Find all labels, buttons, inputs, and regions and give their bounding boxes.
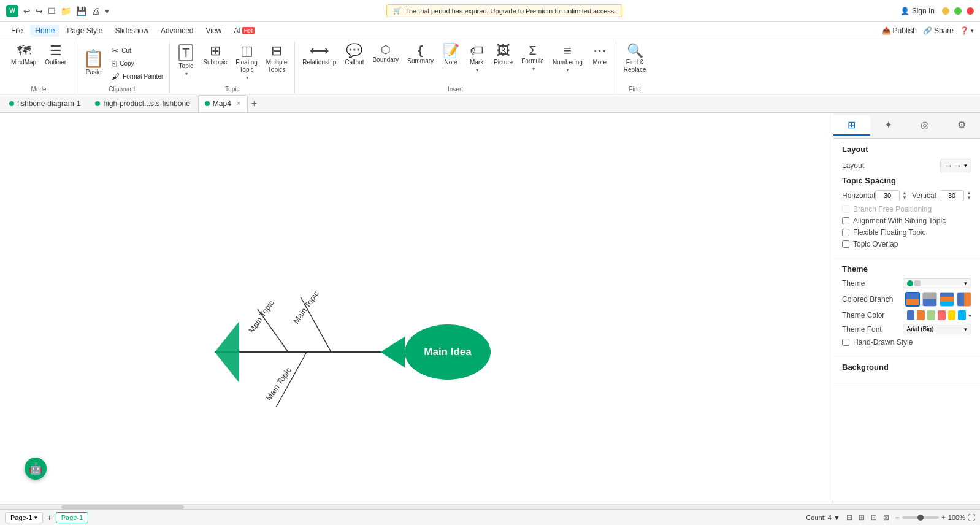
canvas[interactable]: Main Topic Main Topic Main Topic Main Id… bbox=[0, 113, 833, 504]
ai-robot-button[interactable]: 🤖 bbox=[25, 458, 47, 480]
print-icon[interactable]: 🖨 bbox=[91, 6, 100, 16]
menu-home[interactable]: Home bbox=[30, 25, 59, 37]
numbering-button[interactable]: ≡ Numbering ▾ bbox=[549, 42, 586, 85]
overlap-checkbox[interactable] bbox=[842, 240, 849, 248]
horizontal-scrollbar[interactable] bbox=[0, 504, 980, 509]
maximize-button[interactable] bbox=[954, 7, 962, 15]
more-button[interactable]: ⋯ More bbox=[588, 42, 612, 85]
formula-button[interactable]: Σ Formula ▾ bbox=[518, 42, 548, 85]
copy-icon: ⎘ bbox=[112, 59, 117, 68]
redo-icon[interactable]: ↪ bbox=[36, 6, 43, 16]
theme-font-selector[interactable]: Arial (Big) ▾ bbox=[903, 324, 972, 334]
view-btn-3[interactable]: ⊡ bbox=[868, 512, 879, 523]
cb-option-3[interactable] bbox=[940, 292, 954, 307]
find-replace-button[interactable]: 🔍 Find &Replace bbox=[620, 42, 650, 85]
zoom-out-button[interactable]: − bbox=[895, 513, 900, 522]
subtopic-button[interactable]: ⊞ Subtopic bbox=[199, 42, 231, 85]
horizontal-input[interactable] bbox=[875, 190, 900, 201]
theme-selector[interactable]: ▾ bbox=[903, 278, 972, 288]
branch-free-checkbox[interactable] bbox=[842, 205, 849, 213]
menu-ai[interactable]: AI Hot bbox=[229, 25, 259, 37]
menu-view[interactable]: View bbox=[201, 25, 226, 37]
panel-location-tab[interactable]: ◎ bbox=[907, 115, 944, 136]
font-value: Arial (Big) bbox=[907, 326, 934, 332]
menu-file[interactable]: File bbox=[6, 25, 28, 37]
trial-banner[interactable]: 🛒 The trial period has expired. Upgrade … bbox=[386, 4, 622, 17]
fit-screen-button[interactable]: ⛶ bbox=[968, 513, 975, 522]
cb-option-2[interactable] bbox=[922, 292, 937, 307]
page-tab-1[interactable]: Page-1 ▾ bbox=[5, 512, 43, 523]
panel-layout-tab[interactable]: ⊞ bbox=[833, 115, 870, 136]
theme-color-chevron[interactable]: ▾ bbox=[968, 312, 971, 319]
color-swatch-yellow bbox=[948, 310, 956, 320]
cb-option-4[interactable] bbox=[957, 292, 971, 307]
mark-button[interactable]: 🏷 Mark ▾ bbox=[464, 42, 489, 85]
cb-option-1[interactable] bbox=[905, 292, 920, 307]
summary-icon: { bbox=[418, 44, 423, 56]
undo-icon[interactable]: ↩ bbox=[23, 6, 31, 16]
add-page-button[interactable]: + bbox=[47, 513, 52, 523]
sign-in-button[interactable]: 👤 Sign In bbox=[900, 7, 935, 15]
svg-text:Main Idea: Main Idea bbox=[424, 346, 472, 358]
multiple-topics-button[interactable]: ⊟ MultipleTopics bbox=[262, 42, 291, 85]
new-icon[interactable]: ☐ bbox=[48, 6, 56, 16]
zoom-slider[interactable] bbox=[902, 516, 939, 519]
zoom-in-button[interactable]: + bbox=[941, 513, 946, 522]
summary-button[interactable]: { Summary bbox=[404, 42, 437, 85]
layout-selector[interactable]: →→ ▾ bbox=[940, 159, 971, 172]
zoom-control: − + 100% ⛶ bbox=[895, 513, 975, 522]
copy-button[interactable]: ⎘ Copy bbox=[109, 58, 166, 69]
tab-close-icon[interactable]: ✕ bbox=[236, 100, 241, 107]
page-tab-active-label: Page-1 bbox=[61, 514, 83, 521]
theme-color-bar[interactable]: ▾ bbox=[907, 310, 972, 320]
tab-fishbone-1[interactable]: fishbone-diagram-1 bbox=[2, 95, 87, 112]
outliner-button[interactable]: ☰ Outliner bbox=[41, 42, 70, 85]
add-tab-button[interactable]: + bbox=[249, 98, 259, 109]
save-icon[interactable]: 💾 bbox=[76, 6, 86, 16]
panel-ai-tab[interactable]: ✦ bbox=[870, 115, 907, 136]
mindmap-button[interactable]: 🗺 MindMap bbox=[7, 42, 40, 85]
tab-high-product[interactable]: high-product...sts-fishbone bbox=[88, 95, 196, 112]
publish-button[interactable]: 📤 Publish bbox=[882, 26, 917, 35]
hand-drawn-checkbox[interactable] bbox=[842, 339, 849, 346]
help-icon: ❓ bbox=[960, 26, 969, 35]
view-btn-4[interactable]: ⊠ bbox=[881, 512, 892, 523]
flexible-row: Flexible Floating Topic bbox=[842, 228, 971, 237]
floating-topic-button[interactable]: ◫ FloatingTopic ▾ bbox=[232, 42, 261, 85]
cut-button[interactable]: ✂ Cut bbox=[109, 45, 166, 56]
menu-advanced[interactable]: Advanced bbox=[156, 25, 198, 37]
vertical-down[interactable]: ▼ bbox=[967, 196, 971, 201]
menu-slideshow[interactable]: Slideshow bbox=[110, 25, 153, 37]
close-button[interactable] bbox=[967, 7, 974, 15]
scrollbar-thumb[interactable] bbox=[61, 505, 184, 509]
subtopic-icon: ⊞ bbox=[210, 44, 221, 58]
flexible-checkbox[interactable] bbox=[842, 229, 849, 236]
paste-button[interactable]: 📋 Paste bbox=[78, 48, 109, 79]
boundary-button[interactable]: ⬡ Boundary bbox=[369, 42, 402, 85]
format-painter-button[interactable]: 🖌 Format Painter bbox=[109, 71, 166, 82]
more-actions-icon[interactable]: ▾ bbox=[105, 6, 109, 16]
topic-button[interactable]: T Topic ▾ bbox=[174, 42, 198, 85]
panel-settings-tab[interactable]: ⚙ bbox=[943, 115, 980, 136]
alignment-checkbox[interactable] bbox=[842, 217, 849, 224]
menu-page-style[interactable]: Page Style bbox=[62, 25, 107, 37]
page-tab-1-active[interactable]: Page-1 bbox=[56, 512, 88, 523]
view-btn-2[interactable]: ⊞ bbox=[856, 512, 867, 523]
relationship-button[interactable]: ⟷ Relationship bbox=[299, 42, 340, 85]
minimize-button[interactable] bbox=[942, 7, 949, 15]
user-icon: 👤 bbox=[900, 7, 909, 15]
help-button[interactable]: ❓ ▾ bbox=[960, 26, 974, 35]
note-button[interactable]: 📝 Note bbox=[438, 42, 463, 85]
callout-button[interactable]: 💬 Callout bbox=[341, 42, 367, 85]
top-bar: W ↩ ↪ ☐ 📁 💾 🖨 ▾ 🛒 The trial period has e… bbox=[0, 0, 980, 22]
share-button[interactable]: 🔗 Share bbox=[923, 26, 954, 35]
find-group-label: Find bbox=[629, 85, 640, 94]
vertical-input[interactable] bbox=[940, 190, 964, 201]
theme-font-row: Theme Font Arial (Big) ▾ bbox=[842, 324, 971, 334]
horizontal-down[interactable]: ▼ bbox=[902, 196, 907, 201]
view-btn-1[interactable]: ⊟ bbox=[844, 512, 855, 523]
zoom-slider-thumb[interactable] bbox=[917, 515, 924, 521]
open-icon[interactable]: 📁 bbox=[61, 6, 71, 16]
tab-map4[interactable]: Map4 ✕ bbox=[198, 95, 248, 112]
picture-button[interactable]: 🖼 Picture bbox=[490, 42, 516, 85]
